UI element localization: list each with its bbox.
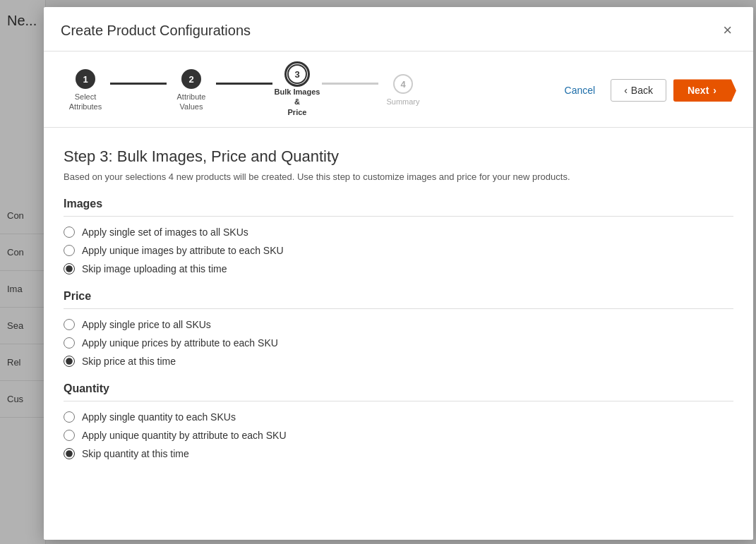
modal-title: Create Product Configurations bbox=[61, 23, 251, 39]
step-4: 4 Summary bbox=[378, 74, 428, 107]
stepper: 1 SelectAttributes 2 AttributeValues 3 B… bbox=[61, 64, 428, 117]
images-option-1[interactable]: Apply single set of images to all SKUs bbox=[64, 226, 733, 238]
images-radio-1[interactable] bbox=[64, 226, 75, 238]
quantity-option-1[interactable]: Apply single quantity to each SKUs bbox=[64, 411, 733, 423]
images-section-title: Images bbox=[64, 198, 733, 210]
step-line-1-2 bbox=[110, 83, 167, 85]
modal-dialog: Create Product Configurations × 1 Select… bbox=[44, 7, 753, 540]
quantity-radio-group: Apply single quantity to each SKUs Apply… bbox=[64, 411, 733, 459]
action-buttons: Cancel ‹ Back Next › bbox=[556, 79, 736, 102]
price-option-3-label: Skip price at this time bbox=[82, 356, 176, 367]
back-label: Back bbox=[631, 85, 653, 96]
images-radio-group: Apply single set of images to all SKUs A… bbox=[64, 226, 733, 274]
quantity-option-2[interactable]: Apply unique quantity by attribute to ea… bbox=[64, 430, 733, 441]
step-4-label: Summary bbox=[378, 97, 428, 107]
images-radio-2[interactable] bbox=[64, 245, 75, 256]
step-3-circle: 3 bbox=[287, 64, 307, 84]
step-2-label: AttributeValues bbox=[167, 92, 216, 112]
stepper-area: 1 SelectAttributes 2 AttributeValues 3 B… bbox=[44, 52, 753, 128]
images-option-2[interactable]: Apply unique images by attribute to each… bbox=[64, 245, 733, 256]
step-1-circle: 1 bbox=[76, 69, 95, 89]
back-button[interactable]: ‹ Back bbox=[611, 79, 666, 102]
next-button[interactable]: Next › bbox=[673, 79, 736, 102]
step-line-3-4 bbox=[322, 83, 378, 85]
images-option-3-label: Skip image uploading at this time bbox=[82, 263, 227, 274]
step-line-2-3 bbox=[216, 83, 272, 85]
step-1: 1 SelectAttributes bbox=[61, 69, 110, 112]
step-3: 3 Bulk Images &Price bbox=[272, 64, 322, 117]
quantity-option-2-label: Apply unique quantity by attribute to ea… bbox=[82, 430, 287, 441]
price-radio-3[interactable] bbox=[64, 356, 75, 367]
images-option-3[interactable]: Skip image uploading at this time bbox=[64, 263, 733, 274]
step-1-label: SelectAttributes bbox=[61, 92, 110, 112]
price-radio-group: Apply single price to all SKUs Apply uni… bbox=[64, 319, 733, 367]
price-option-1-label: Apply single price to all SKUs bbox=[82, 319, 211, 330]
step-description: Based on your selections 4 new products … bbox=[64, 171, 733, 182]
step-2: 2 AttributeValues bbox=[167, 69, 216, 112]
quantity-option-3[interactable]: Skip quantity at this time bbox=[64, 448, 733, 459]
quantity-section-title: Quantity bbox=[64, 382, 733, 395]
modal-header: Create Product Configurations × bbox=[44, 7, 753, 52]
step-heading: Step 3: Bulk Images, Price and Quantity bbox=[64, 147, 733, 166]
next-chevron-icon: › bbox=[713, 85, 716, 96]
quantity-radio-3[interactable] bbox=[64, 448, 75, 459]
images-radio-3[interactable] bbox=[64, 263, 75, 274]
cancel-button[interactable]: Cancel bbox=[556, 80, 604, 100]
step-4-circle: 4 bbox=[393, 74, 413, 94]
step-2-circle: 2 bbox=[181, 69, 201, 89]
close-button[interactable]: × bbox=[719, 20, 736, 41]
price-option-3[interactable]: Skip price at this time bbox=[64, 356, 733, 367]
step-3-label: Bulk Images &Price bbox=[272, 87, 322, 117]
modal-content: Step 3: Bulk Images, Price and Quantity … bbox=[44, 128, 753, 489]
price-radio-1[interactable] bbox=[64, 319, 75, 330]
images-option-2-label: Apply unique images by attribute to each… bbox=[82, 245, 284, 256]
quantity-option-3-label: Skip quantity at this time bbox=[82, 448, 189, 459]
price-section-title: Price bbox=[64, 290, 733, 303]
quantity-divider bbox=[64, 401, 733, 401]
back-chevron-icon: ‹ bbox=[624, 85, 628, 96]
price-option-1[interactable]: Apply single price to all SKUs bbox=[64, 319, 733, 330]
price-option-2[interactable]: Apply unique prices by attribute to each… bbox=[64, 337, 733, 349]
quantity-radio-2[interactable] bbox=[64, 430, 75, 441]
images-divider bbox=[64, 216, 733, 217]
quantity-radio-1[interactable] bbox=[64, 411, 75, 423]
next-label: Next bbox=[688, 85, 709, 96]
price-divider bbox=[64, 308, 733, 309]
images-option-1-label: Apply single set of images to all SKUs bbox=[82, 226, 248, 238]
price-option-2-label: Apply unique prices by attribute to each… bbox=[82, 337, 278, 349]
quantity-option-1-label: Apply single quantity to each SKUs bbox=[82, 411, 236, 423]
price-radio-2[interactable] bbox=[64, 337, 75, 349]
